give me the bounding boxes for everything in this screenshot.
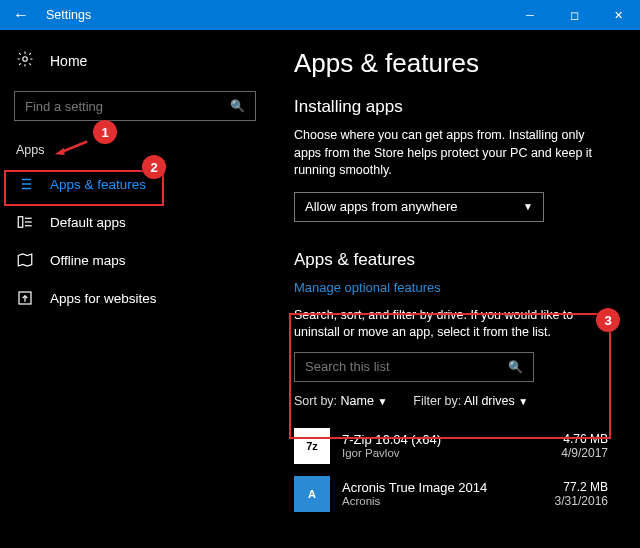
chevron-down-icon: ▼ <box>518 396 528 407</box>
app-publisher: Acronis <box>342 495 555 507</box>
annotation-arrow <box>52 138 90 156</box>
map-icon <box>16 251 34 269</box>
settings-search-input[interactable] <box>25 99 212 114</box>
list-icon <box>16 175 34 193</box>
sidebar-item-apps-websites[interactable]: Apps for websites <box>0 279 270 317</box>
chevron-down-icon: ▼ <box>377 396 387 407</box>
annotation-callout-3: 3 <box>596 308 620 332</box>
svg-line-14 <box>60 142 87 153</box>
titlebar: ← Settings ─ ◻ ✕ <box>0 0 640 30</box>
app-row[interactable]: 7z 7-Zip 16.04 (x64) Igor Pavlov 4.76 MB… <box>294 422 608 470</box>
annotation-callout-2: 2 <box>142 155 166 179</box>
sort-by-control[interactable]: Sort by: Name ▼ <box>294 394 387 408</box>
app-size: 4.76 MB <box>561 432 608 446</box>
sidebar-item-apps-features[interactable]: Apps & features <box>0 165 270 203</box>
settings-search[interactable]: 🔍 <box>14 91 256 121</box>
filter-desc: Search, sort, and filter by drive. If yo… <box>294 307 608 342</box>
chevron-down-icon: ▼ <box>523 201 533 212</box>
install-source-dropdown[interactable]: Allow apps from anywhere ▼ <box>294 192 544 222</box>
sidebar-item-label: Offline maps <box>50 253 126 268</box>
app-list-search[interactable]: 🔍 <box>294 352 534 382</box>
app-row[interactable]: A Acronis True Image 2014 Acronis 77.2 M… <box>294 470 608 518</box>
svg-rect-7 <box>18 217 23 228</box>
app-icon: A <box>294 476 330 512</box>
main-panel: Apps & features Installing apps Choose w… <box>270 30 640 548</box>
sidebar-item-offline-maps[interactable]: Offline maps <box>0 241 270 279</box>
app-name: Acronis True Image 2014 <box>342 480 555 495</box>
app-size: 77.2 MB <box>555 480 608 494</box>
app-publisher: Igor Pavlov <box>342 447 561 459</box>
open-icon <box>16 289 34 307</box>
svg-point-0 <box>23 57 28 62</box>
install-source-value: Allow apps from anywhere <box>305 199 457 214</box>
sidebar-item-default-apps[interactable]: Default apps <box>0 203 270 241</box>
minimize-button[interactable]: ─ <box>508 0 552 30</box>
sidebar: Home 🔍 Apps Apps & features Default apps… <box>0 30 270 548</box>
section-installing-apps: Installing apps <box>294 97 608 117</box>
app-name: 7-Zip 16.04 (x64) <box>342 432 561 447</box>
page-title: Apps & features <box>294 48 608 79</box>
manage-optional-link[interactable]: Manage optional features <box>294 280 608 295</box>
svg-marker-15 <box>55 148 65 155</box>
gear-icon <box>16 50 34 71</box>
search-icon: 🔍 <box>230 99 245 113</box>
search-icon: 🔍 <box>508 360 523 374</box>
app-list-search-input[interactable] <box>305 359 490 374</box>
sidebar-category: Apps <box>0 139 270 165</box>
filter-by-control[interactable]: Filter by: All drives ▼ <box>413 394 528 408</box>
defaults-icon <box>16 213 34 231</box>
back-button[interactable]: ← <box>0 6 42 24</box>
svg-marker-11 <box>18 254 32 266</box>
window-title: Settings <box>42 8 508 22</box>
sidebar-item-label: Apps & features <box>50 177 146 192</box>
app-date: 4/9/2017 <box>561 446 608 460</box>
maximize-button[interactable]: ◻ <box>552 0 596 30</box>
home-label: Home <box>50 53 87 69</box>
section-apps-features: Apps & features <box>294 250 608 270</box>
sidebar-item-label: Default apps <box>50 215 126 230</box>
close-button[interactable]: ✕ <box>596 0 640 30</box>
sidebar-item-label: Apps for websites <box>50 291 157 306</box>
installing-apps-desc: Choose where you can get apps from. Inst… <box>294 127 608 180</box>
app-icon: 7z <box>294 428 330 464</box>
annotation-callout-1: 1 <box>93 120 117 144</box>
home-nav[interactable]: Home <box>0 42 270 85</box>
app-date: 3/31/2016 <box>555 494 608 508</box>
